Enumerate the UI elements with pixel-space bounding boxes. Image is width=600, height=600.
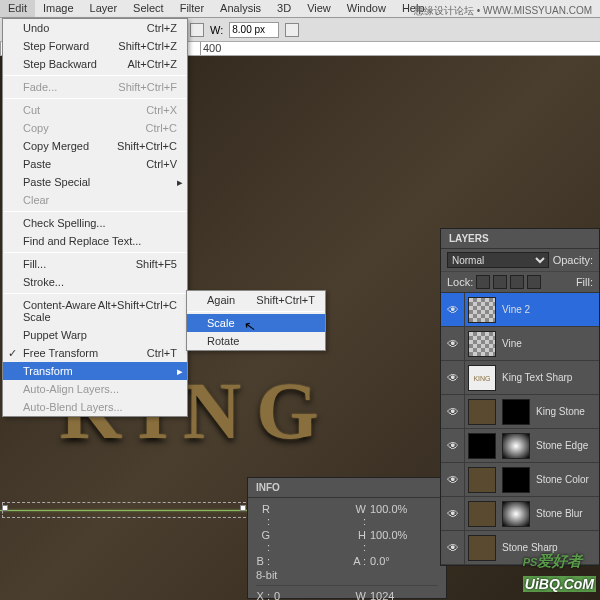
menu-item-fill-[interactable]: Fill...Shift+F5 xyxy=(3,255,187,273)
menu-image[interactable]: Image xyxy=(35,0,82,17)
menu-item-auto-blend-layers-[interactable]: Auto-Blend Layers... xyxy=(3,398,187,416)
visibility-eye-icon[interactable]: 👁 xyxy=(441,395,465,429)
transform-submenu: AgainShift+Ctrl+TScaleRotate xyxy=(186,290,326,351)
layer-row[interactable]: 👁Stone Blur xyxy=(441,497,599,531)
visibility-eye-icon[interactable]: 👁 xyxy=(441,327,465,361)
ruler-tick: 400 xyxy=(200,42,250,55)
menu-item-stroke-[interactable]: Stroke... xyxy=(3,273,187,291)
menu-3d[interactable]: 3D xyxy=(269,0,299,17)
info-a: A : xyxy=(352,555,366,567)
menu-item-step-forward[interactable]: Step ForwardShift+Ctrl+Z xyxy=(3,37,187,55)
transform-handle[interactable] xyxy=(2,505,8,511)
layer-thumb xyxy=(468,501,496,527)
layer-row[interactable]: 👁King Stone xyxy=(441,395,599,429)
layer-row[interactable]: 👁Vine 2 xyxy=(441,293,599,327)
layer-mask-thumb xyxy=(502,501,530,527)
layer-name[interactable]: King Text Sharp xyxy=(499,372,599,383)
blend-mode-select[interactable]: Normal xyxy=(447,252,549,268)
layer-thumb xyxy=(468,433,496,459)
layer-name[interactable]: King Stone xyxy=(533,406,599,417)
info-g: G : xyxy=(256,529,270,553)
layer-name[interactable]: Stone Blur xyxy=(533,508,599,519)
menu-layer[interactable]: Layer xyxy=(82,0,126,17)
layer-row[interactable]: 👁KINGKing Text Sharp xyxy=(441,361,599,395)
visibility-eye-icon[interactable]: 👁 xyxy=(441,531,465,565)
menu-item-free-transform[interactable]: Free TransformCtrl+T xyxy=(3,344,187,362)
layer-mask-thumb xyxy=(502,433,530,459)
fill-label: Fill: xyxy=(576,276,593,288)
menu-item-paste[interactable]: PasteCtrl+V xyxy=(3,155,187,173)
layer-thumb xyxy=(468,297,496,323)
info-w: W : xyxy=(352,503,366,527)
layer-name[interactable]: Stone Edge xyxy=(533,440,599,451)
layer-thumb: KING xyxy=(468,365,496,391)
layer-thumb xyxy=(468,467,496,493)
menu-item-fade-[interactable]: Fade...Shift+Ctrl+F xyxy=(3,78,187,96)
layer-list: 👁Vine 2👁Vine👁KINGKing Text Sharp👁King St… xyxy=(441,293,599,565)
layer-mask-thumb xyxy=(502,399,530,425)
edit-menu-dropdown: UndoCtrl+ZStep ForwardShift+Ctrl+ZStep B… xyxy=(2,18,188,417)
menu-item-copy-merged[interactable]: Copy MergedShift+Ctrl+C xyxy=(3,137,187,155)
layer-name[interactable]: Vine 2 xyxy=(499,304,599,315)
transform-handle[interactable] xyxy=(240,505,246,511)
info-bit: 8-bit xyxy=(256,569,438,581)
menu-view[interactable]: View xyxy=(299,0,339,17)
info-h: H : xyxy=(352,529,366,553)
layer-thumb xyxy=(468,331,496,357)
menu-filter[interactable]: Filter xyxy=(172,0,212,17)
menu-item-cut[interactable]: CutCtrl+X xyxy=(3,101,187,119)
watermark-bottom: PS爱好者 UiBQ.CoM xyxy=(523,548,596,594)
info-tab[interactable]: INFO xyxy=(248,478,446,498)
layer-row[interactable]: 👁Stone Color xyxy=(441,463,599,497)
menu-item-undo[interactable]: UndoCtrl+Z xyxy=(3,19,187,37)
lock-pixels-icon[interactable] xyxy=(493,275,507,289)
submenu-item-again[interactable]: AgainShift+Ctrl+T xyxy=(187,291,325,309)
info-x: X : xyxy=(256,590,270,600)
menu-item-check-spelling-[interactable]: Check Spelling... xyxy=(3,214,187,232)
layer-thumb xyxy=(468,399,496,425)
options-icon[interactable] xyxy=(190,23,204,37)
layer-name[interactable]: Vine xyxy=(499,338,599,349)
visibility-eye-icon[interactable]: 👁 xyxy=(441,497,465,531)
menu-item-paste-special[interactable]: Paste Special▸ xyxy=(3,173,187,191)
layer-thumb xyxy=(468,535,496,561)
submenu-item-rotate[interactable]: Rotate xyxy=(187,332,325,350)
menu-item-clear[interactable]: Clear xyxy=(3,191,187,209)
lock-transparency-icon[interactable] xyxy=(476,275,490,289)
layer-row[interactable]: 👁Stone Edge xyxy=(441,429,599,463)
menu-item-content-aware-scale[interactable]: Content-Aware ScaleAlt+Shift+Ctrl+C xyxy=(3,296,187,326)
visibility-eye-icon[interactable]: 👁 xyxy=(441,463,465,497)
visibility-eye-icon[interactable]: 👁 xyxy=(441,429,465,463)
layer-mask-thumb xyxy=(502,467,530,493)
link-icon[interactable] xyxy=(285,23,299,37)
cursor-icon: ↖ xyxy=(243,317,258,335)
width-label: W: xyxy=(210,24,223,36)
layer-name[interactable]: Stone Color xyxy=(533,474,599,485)
menu-analysis[interactable]: Analysis xyxy=(212,0,269,17)
visibility-eye-icon[interactable]: 👁 xyxy=(441,361,465,395)
layers-panel: LAYERS Normal Opacity: Lock: Fill: 👁Vine… xyxy=(440,228,600,566)
width-input[interactable] xyxy=(229,22,279,38)
menu-item-puppet-warp[interactable]: Puppet Warp xyxy=(3,326,187,344)
layer-row[interactable]: 👁Vine xyxy=(441,327,599,361)
menu-item-auto-align-layers-[interactable]: Auto-Align Layers... xyxy=(3,380,187,398)
menu-item-transform[interactable]: Transform▸ xyxy=(3,362,187,380)
lock-position-icon[interactable] xyxy=(510,275,524,289)
menu-item-find-and-replace-text-[interactable]: Find and Replace Text... xyxy=(3,232,187,250)
watermark-top: 思缘设计论坛 • WWW.MISSYUAN.COM xyxy=(414,4,592,18)
menu-item-step-backward[interactable]: Step BackwardAlt+Ctrl+Z xyxy=(3,55,187,73)
menu-item-copy[interactable]: CopyCtrl+C xyxy=(3,119,187,137)
lock-label: Lock: xyxy=(447,276,473,288)
lock-all-icon[interactable] xyxy=(527,275,541,289)
layers-tab[interactable]: LAYERS xyxy=(441,229,599,249)
info-r: R : xyxy=(256,503,270,527)
info-w2: W : xyxy=(352,590,366,600)
info-b: B : xyxy=(256,555,270,567)
info-panel: INFO R : W :100.0% G : H :100.0% B : A :… xyxy=(247,477,447,599)
menu-window[interactable]: Window xyxy=(339,0,394,17)
opacity-label: Opacity: xyxy=(553,254,593,266)
visibility-eye-icon[interactable]: 👁 xyxy=(441,293,465,327)
menu-select[interactable]: Select xyxy=(125,0,172,17)
menu-edit[interactable]: Edit xyxy=(0,0,35,17)
